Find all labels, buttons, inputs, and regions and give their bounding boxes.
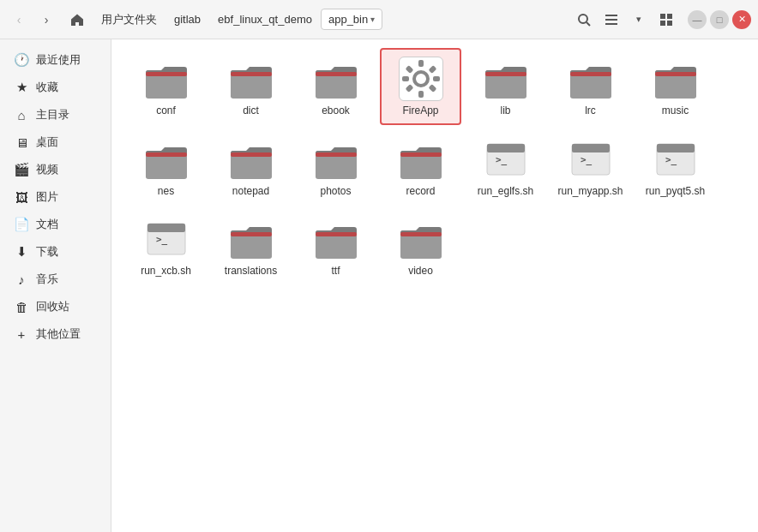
svg-rect-11 <box>146 72 187 76</box>
script-icon: >_ <box>653 137 698 182</box>
file-item[interactable]: ebook <box>295 48 376 125</box>
svg-rect-24 <box>428 65 436 74</box>
svg-rect-23 <box>405 65 413 74</box>
view-list-button[interactable] <box>599 7 624 33</box>
desktop-icon: 🖥 <box>14 135 29 150</box>
sidebar-item-documents[interactable]: 📄 文档 <box>0 211 111 238</box>
sidebar-item-downloads[interactable]: ⬇ 下载 <box>0 238 111 266</box>
home-button[interactable] <box>65 8 89 32</box>
sidebar-item-favorites[interactable]: ★ 收藏 <box>0 74 111 101</box>
file-label: ttf <box>331 265 340 278</box>
sidebar-item-trash[interactable]: 🗑 回收站 <box>0 293 111 320</box>
folder-icon <box>399 217 443 261</box>
svg-rect-21 <box>402 76 409 81</box>
window-close-button[interactable]: ✕ <box>732 10 751 29</box>
file-label: notepad <box>232 185 269 199</box>
file-item[interactable]: nes <box>125 129 207 206</box>
file-item[interactable]: record <box>380 129 461 206</box>
svg-rect-3 <box>605 19 617 21</box>
file-item[interactable]: ttf <box>295 208 376 285</box>
file-item[interactable]: >_ run_eglfs.sh <box>465 129 546 206</box>
toolbar-right: ▾ <box>571 7 679 33</box>
breadcrumb-gitlab[interactable]: gitlab <box>165 9 209 29</box>
svg-rect-29 <box>485 72 526 76</box>
file-grid: conf dict ebook FireApp lib lrc <box>125 48 744 285</box>
file-item[interactable]: notepad <box>210 129 292 206</box>
svg-text:>_: >_ <box>665 154 677 165</box>
breadcrumb-appbin-label: app_bin <box>328 13 368 26</box>
nav-forward-button[interactable]: › <box>34 8 58 32</box>
video-icon: 🎬 <box>14 162 29 177</box>
folder-icon <box>568 57 613 101</box>
file-item[interactable]: photos <box>295 129 376 206</box>
breadcrumb-appbin[interactable]: app_bin ▾ <box>321 9 382 30</box>
nav-back-button[interactable]: ‹ <box>7 8 31 32</box>
svg-rect-20 <box>418 91 424 98</box>
svg-rect-38 <box>146 152 187 157</box>
sidebar-label-music: 音乐 <box>36 272 58 287</box>
file-item[interactable]: FireApp <box>380 48 461 125</box>
svg-rect-7 <box>660 21 665 26</box>
main-layout: 🕐 最近使用 ★ 收藏 ⌂ 主目录 🖥 桌面 🎬 视频 🖼 图片 📄 文档 ⬇ <box>0 39 758 532</box>
svg-rect-19 <box>418 60 424 67</box>
folder-icon <box>144 137 189 182</box>
file-area: conf dict ebook FireApp lib lrc <box>111 39 758 532</box>
file-item[interactable]: >_ run_pyqt5.sh <box>635 129 716 206</box>
svg-rect-47 <box>400 152 442 157</box>
file-item[interactable]: lrc <box>550 48 631 125</box>
svg-rect-49 <box>487 144 525 152</box>
svg-rect-68 <box>400 232 442 236</box>
file-item[interactable]: conf <box>125 48 207 125</box>
file-item[interactable]: video <box>380 208 461 285</box>
folder-icon <box>229 57 274 101</box>
recent-icon: 🕐 <box>14 52 29 68</box>
svg-text:>_: >_ <box>496 154 508 165</box>
sidebar-label-downloads: 下载 <box>36 244 58 260</box>
music-icon: ♪ <box>14 272 29 287</box>
sidebar-item-desktop[interactable]: 🖥 桌面 <box>0 129 111 156</box>
sidebar-item-pictures[interactable]: 🖼 图片 <box>0 183 111 211</box>
file-item[interactable]: >_ run_xcb.sh <box>125 208 207 285</box>
home-icon: ⌂ <box>14 108 29 123</box>
sidebar-item-music[interactable]: ♪ 音乐 <box>0 266 111 293</box>
file-label: FireApp <box>402 105 438 118</box>
sidebar-item-recent[interactable]: 🕐 最近使用 <box>0 46 111 74</box>
folder-icon <box>653 57 698 101</box>
window-maximize-button[interactable]: □ <box>710 10 729 29</box>
file-item[interactable]: >_ run_myapp.sh <box>550 129 631 206</box>
sidebar-label-home: 主目录 <box>36 107 69 123</box>
script-icon: >_ <box>568 137 613 182</box>
file-label: lrc <box>585 105 596 118</box>
sidebar-item-video[interactable]: 🎬 视频 <box>0 156 111 183</box>
svg-point-0 <box>579 15 587 23</box>
file-label: photos <box>320 185 351 199</box>
file-label: nes <box>158 185 174 199</box>
svg-rect-65 <box>316 232 357 236</box>
breadcrumb-home[interactable]: 用户文件夹 <box>93 9 165 31</box>
file-item[interactable]: lib <box>465 48 546 125</box>
breadcrumb-dropdown-icon: ▾ <box>370 15 375 24</box>
sidebar-label-documents: 文档 <box>36 217 58 232</box>
svg-rect-17 <box>316 72 357 76</box>
view-dropdown-button[interactable]: ▾ <box>626 7 652 33</box>
script-icon: >_ <box>144 217 189 261</box>
sidebar-label-trash: 回收站 <box>36 299 69 314</box>
file-item[interactable]: translations <box>210 208 292 285</box>
window-minimize-button[interactable]: — <box>688 10 707 29</box>
svg-rect-4 <box>605 23 617 25</box>
search-button[interactable] <box>571 7 597 33</box>
file-item[interactable]: dict <box>210 48 292 125</box>
app-icon <box>399 57 443 101</box>
svg-rect-5 <box>660 14 665 19</box>
file-label: dict <box>243 105 259 118</box>
file-item[interactable]: music <box>635 48 716 125</box>
sidebar-item-other[interactable]: + 其他位置 <box>0 320 111 348</box>
sidebar-label-recent: 最近使用 <box>36 52 81 68</box>
trash-icon: 🗑 <box>14 300 29 314</box>
view-grid-button[interactable] <box>653 7 679 33</box>
sidebar-item-home[interactable]: ⌂ 主目录 <box>0 101 111 129</box>
svg-text:>_: >_ <box>156 234 168 245</box>
breadcrumb: 用户文件夹 gitlab ebf_linux_qt_demo app_bin ▾ <box>93 9 568 31</box>
svg-rect-14 <box>231 72 272 76</box>
breadcrumb-ebf[interactable]: ebf_linux_qt_demo <box>209 9 321 29</box>
